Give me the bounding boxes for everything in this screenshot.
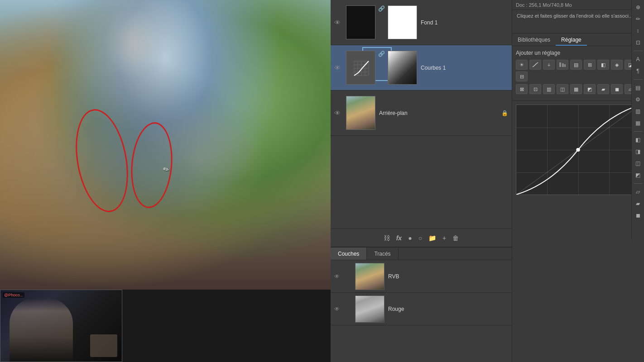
fx-button[interactable]: fx [396, 234, 402, 242]
adjustments-label: Ajouter un réglage [516, 50, 640, 56]
vt-move-icon[interactable]: ↕ [633, 26, 643, 36]
blending-mask-button[interactable]: ● [408, 234, 412, 242]
layer-arriere-plan[interactable]: 👁 Arrière-plan 🔒 [331, 90, 512, 136]
channel-thumb-rouge [355, 295, 384, 323]
adj-icon5[interactable]: ▤ [570, 60, 582, 70]
svg-rect-11 [562, 63, 564, 67]
vt-divider1 [634, 51, 643, 51]
tab-couches[interactable]: Couches [331, 248, 367, 260]
curves-graph-area [512, 101, 644, 362]
layer-name-fond1: Fond 1 [421, 19, 508, 26]
vt-icon13[interactable]: ◼ [633, 210, 643, 220]
layer-visibility-arriere-plan[interactable]: 👁 [334, 110, 343, 117]
vt-select-icon[interactable]: ⊡ [633, 38, 643, 48]
adj-icon15[interactable]: ▦ [570, 84, 582, 94]
layer-lock-icon: 🔒 [501, 110, 508, 116]
adjustments-area: Ajouter un réglage ☀ ⨢ ▤ ⊞ ◧ ◈ ◪ ⊟ [512, 46, 644, 101]
webcam-person [10, 298, 73, 362]
adj-icon13[interactable]: ▥ [543, 84, 555, 94]
layer-thumb-black-fond1 [346, 5, 375, 39]
adj-colorbalance-icon[interactable] [557, 60, 568, 70]
channel-name-rvb: RVB [388, 273, 399, 280]
vt-icon7[interactable]: ◧ [633, 135, 643, 145]
status-bar: Doc : 256,1 Mo/740,8 Mo [512, 0, 644, 10]
adjustment-icons-row2: ⊠ ⊡ ▥ ◫ ▦ ◩ ▰ ◼ ▱ [516, 84, 640, 94]
vt-icon9[interactable]: ◫ [633, 158, 643, 168]
layer-thumb-white-fond1 [388, 5, 417, 39]
layer-fond1[interactable]: 👁 🔗 Fond 1 [331, 0, 512, 45]
vt-divider2 [634, 79, 643, 80]
adj-icon17[interactable]: ▰ [597, 84, 609, 94]
adj-icon7[interactable]: ◧ [597, 60, 609, 70]
layer-name-arriere-plan: Arrière-plan [379, 110, 501, 116]
vt-pencil-icon[interactable]: ✏ [633, 14, 643, 24]
vt-paragraph-icon[interactable]: ¶ [633, 66, 643, 76]
adjustment-icons-row1: ☀ ⨢ ▤ ⊞ ◧ ◈ ◪ ⊟ [516, 60, 640, 81]
adj-icon14[interactable]: ◫ [557, 84, 568, 94]
webcam-monitor [90, 334, 117, 357]
properties-hint: Cliquez et faites glisser da l'endroit o… [512, 10, 644, 33]
layers-channels-panel: 👁 🔗 Fond 1 👁 [331, 0, 512, 362]
channel-list: 👁 RVB 👁 Rouge [331, 260, 512, 362]
channel-rvb[interactable]: 👁 RVB [331, 260, 512, 293]
channel-thumb-rvb [355, 263, 384, 290]
curves-canvas[interactable] [516, 105, 640, 195]
vt-divider3 [634, 131, 643, 132]
right-tabs: Bibliothèques Réglage [512, 33, 644, 46]
vt-icon8[interactable]: ◨ [633, 147, 643, 157]
svg-rect-12 [564, 64, 566, 67]
layer-visibility-fond1[interactable]: 👁 [334, 19, 343, 26]
channel-rouge-visibility[interactable]: 👁 [334, 306, 343, 312]
adj-icon12[interactable]: ⊡ [529, 84, 541, 94]
layer-thumbs-arriere-plan [346, 96, 375, 130]
vt-icon12[interactable]: ▰ [633, 199, 643, 209]
layer-link-icon-fond1: 🔗 [378, 5, 385, 39]
adj-icon6[interactable]: ⊞ [584, 60, 596, 70]
tab-reglage[interactable]: Réglage [556, 33, 587, 46]
adj-icon18[interactable]: ◼ [611, 84, 623, 94]
webcam-overlay: @Phoco... [0, 290, 122, 362]
layer-thumbs-fond1: 🔗 [346, 5, 417, 39]
layer-visibility-courbes1[interactable]: 👁 [334, 64, 343, 71]
adj-icon16[interactable]: ◩ [584, 84, 596, 94]
delete-layer-button[interactable]: 🗑 [452, 234, 459, 242]
main-canvas[interactable]: ✏ [0, 0, 331, 290]
right-vertical-toolbar: ⊕ ✏ ↕ ⊡ A ¶ ▤ ⚙ ▥ ▦ ◧ ◨ ◫ ◩ ▱ ▰ ◼ [631, 0, 644, 240]
channel-rvb-visibility[interactable]: 👁 [334, 273, 343, 280]
layer-thumb-photo [346, 96, 375, 130]
adj-curves-icon[interactable] [529, 60, 541, 70]
webcam-background: @Phoco... [0, 290, 122, 362]
vt-icon4[interactable]: ⚙ [633, 95, 643, 105]
link-layers-button[interactable]: ⛓ [384, 234, 390, 242]
vt-grid-icon[interactable]: ⊕ [633, 2, 643, 12]
tab-traces[interactable]: Tracés [367, 248, 398, 260]
properties-hint-text: Cliquez et faites glisser da l'endroit o… [517, 13, 633, 19]
adj-brightness-icon[interactable]: ☀ [516, 60, 528, 70]
layers-toolbar: ⛓ fx ● ○ 📁 + 🗑 [331, 229, 512, 247]
channels-panel: Couches Tracés 👁 RVB 👁 Rouge [331, 247, 512, 362]
vt-icon10[interactable]: ◩ [633, 170, 643, 180]
tab-bibliotheques[interactable]: Bibliothèques [512, 33, 556, 46]
webcam-label: @Phoco... [3, 292, 24, 298]
vt-text-icon[interactable]: A [633, 54, 643, 64]
vt-divider4 [634, 183, 643, 184]
right-panel: Doc : 256,1 Mo/740,8 Mo Cliquez et faite… [512, 0, 644, 362]
new-layer-button[interactable]: + [442, 234, 446, 242]
adj-icon10[interactable]: ⊟ [516, 71, 528, 81]
adj-levels-icon[interactable]: ⨢ [543, 60, 555, 70]
layer-courbes1[interactable]: 👁 [331, 45, 512, 90]
svg-point-14 [576, 148, 580, 152]
vt-icon11[interactable]: ▱ [633, 187, 643, 197]
channel-rouge[interactable]: 👁 Rouge [331, 293, 512, 325]
vector-mask-button[interactable]: ○ [418, 234, 422, 242]
adj-icon8[interactable]: ◈ [611, 60, 623, 70]
vt-icon3[interactable]: ▤ [633, 83, 643, 93]
new-group-button[interactable]: 📁 [428, 234, 436, 242]
vt-icon5[interactable]: ▥ [633, 106, 643, 116]
vt-icon6[interactable]: ▦ [633, 118, 643, 128]
canvas-panel: ✏ @Phoco... [0, 0, 331, 362]
layer-thumb-mask-courbes1 [388, 51, 417, 85]
layers-empty-space [331, 136, 512, 229]
layer-thumb-curves-icon [346, 51, 375, 85]
adj-icon11[interactable]: ⊠ [516, 84, 528, 94]
